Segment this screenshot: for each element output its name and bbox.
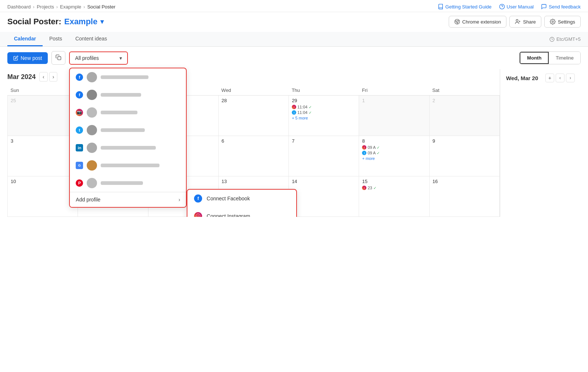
facebook-icon-1: f: [76, 74, 83, 81]
profile-name-4: [101, 128, 145, 132]
profile-item-2[interactable]: f: [70, 86, 186, 104]
profile-name-3: [101, 111, 137, 114]
copy-button[interactable]: [51, 51, 65, 65]
day-number: 14: [292, 179, 356, 184]
dropdown-arrow-icon[interactable]: ▾: [100, 18, 104, 26]
feedback-icon: [541, 4, 547, 10]
google-icon-1: G: [76, 162, 83, 169]
col-thu: Thu: [289, 85, 359, 96]
title-row: Social Poster: Example ▾ Chrome extensio…: [0, 12, 588, 32]
day-number: 7: [292, 138, 356, 144]
cal-cell-25: 25: [8, 96, 78, 136]
profile-avatar-3: [87, 107, 97, 118]
instagram-connect-icon: ⓘ: [194, 212, 202, 217]
right-prev-button[interactable]: ‹: [556, 74, 564, 82]
post-item-15a[interactable]: I 23 ✓: [362, 186, 426, 190]
right-panel-date: Wed, Mar 20: [506, 75, 538, 81]
post-item-8a[interactable]: I 09 A ✓: [362, 145, 426, 150]
timezone-display: Etc/GMT+5: [549, 33, 581, 46]
right-panel: Wed, Mar 20 + ‹ ›: [500, 69, 581, 217]
connect-facebook-item[interactable]: f Connect Facebook: [187, 190, 296, 207]
day-number: 1: [362, 98, 426, 103]
send-feedback-link[interactable]: Send feedback: [541, 4, 581, 10]
tab-calendar[interactable]: Calendar: [7, 32, 43, 46]
col-wed: Wed: [218, 85, 288, 96]
cal-cell-3: 3: [8, 136, 78, 176]
month-view-button[interactable]: Month: [520, 52, 549, 64]
more-posts-link-1[interactable]: + 5 more: [292, 116, 356, 120]
day-number: 25: [11, 98, 75, 103]
breadcrumb-dashboard[interactable]: Dashboard: [7, 4, 31, 10]
settings-button[interactable]: Settings: [544, 16, 581, 28]
chevron-right-icon: ›: [179, 197, 180, 203]
tab-posts[interactable]: Posts: [43, 32, 69, 46]
breadcrumb-current: Social Poster: [87, 4, 115, 10]
day-number: 9: [433, 138, 496, 144]
svg-rect-12: [58, 57, 61, 60]
day-number: 2: [433, 98, 496, 103]
cal-cell-6: 6: [218, 136, 288, 176]
profiles-dropdown: All profiles ▾ f f 📷: [69, 51, 128, 65]
facebook-connect-icon: f: [194, 194, 202, 203]
book-icon: [438, 4, 444, 10]
breadcrumb-projects[interactable]: Projects: [37, 4, 54, 10]
profile-avatar-7: [87, 178, 97, 188]
breadcrumb-example[interactable]: Exapmple: [60, 4, 81, 10]
right-next-button[interactable]: ›: [566, 74, 575, 82]
cal-cell-29: 29 I 11:04 ✓ t 11:04 ✓ + 5 more: [289, 96, 359, 136]
profile-avatar-1: [87, 72, 97, 82]
tabs: Calendar Posts Content ideas: [7, 32, 114, 46]
col-sun: Sun: [8, 85, 78, 96]
profile-item-4[interactable]: t: [70, 121, 186, 139]
day-number: 8: [362, 138, 426, 144]
right-panel-controls: + ‹ ›: [545, 74, 575, 82]
breadcrumb-sep-3: ›: [83, 4, 85, 10]
social-connect-submenu: f Connect Facebook ⓘ Connect Instagram t…: [187, 189, 297, 217]
profile-item-6[interactable]: G: [70, 157, 186, 174]
page-title-text: Social Poster:: [7, 17, 61, 26]
connect-instagram-item[interactable]: ⓘ Connect Instagram: [187, 207, 296, 217]
profile-item-7[interactable]: P: [70, 174, 186, 192]
toolbar-left: New post All profiles ▾ f f: [7, 51, 128, 65]
post-item-8b[interactable]: t 09 A ✓: [362, 151, 426, 155]
chrome-extension-button[interactable]: Chrome extension: [449, 16, 507, 28]
share-icon: [515, 19, 521, 25]
more-posts-link-2[interactable]: + more: [362, 156, 426, 161]
instagram-icon-1: 📷: [76, 109, 83, 116]
day-number: 13: [222, 179, 286, 184]
settings-icon: [550, 19, 556, 25]
profile-avatar-4: [87, 125, 97, 135]
cal-cell-28: 28: [218, 96, 288, 136]
post-item-ig[interactable]: I 11:04 ✓: [292, 105, 356, 109]
cal-next-button[interactable]: ›: [49, 72, 58, 82]
profile-item-3[interactable]: 📷: [70, 104, 186, 121]
tab-content-ideas[interactable]: Content ideas: [69, 32, 114, 46]
cal-cell-8: 8 I 09 A ✓ t 09 A ✓ + more: [359, 136, 429, 176]
right-add-button[interactable]: +: [545, 74, 554, 82]
cal-prev-button[interactable]: ‹: [39, 72, 48, 82]
cal-cell-1: 1: [359, 96, 429, 136]
post-item-tw[interactable]: t 11:04 ✓: [292, 110, 356, 115]
user-manual-link[interactable]: User Manual: [499, 4, 534, 10]
project-name[interactable]: Example: [64, 17, 98, 26]
profile-item-1[interactable]: f: [70, 68, 186, 86]
cal-cell-7: 7: [289, 136, 359, 176]
col-fri: Fri: [359, 85, 429, 96]
profile-name-2: [101, 93, 141, 97]
top-links: Getting Started Guide User Manual Send f…: [438, 4, 581, 10]
calendar-month-year: Mar 2024: [7, 73, 36, 81]
timeline-view-button[interactable]: Timeline: [549, 52, 580, 64]
toolbar: New post All profiles ▾ f f: [0, 47, 588, 69]
pinterest-icon-1: P: [76, 179, 83, 187]
cal-cell-10: 10: [8, 176, 78, 217]
profile-item-5[interactable]: in: [70, 139, 186, 157]
all-profiles-button[interactable]: All profiles ▾: [69, 51, 128, 65]
help-icon: [499, 4, 505, 10]
new-post-button[interactable]: New post: [7, 52, 48, 64]
getting-started-link[interactable]: Getting Started Guide: [438, 4, 492, 10]
add-profile-item[interactable]: Add profile ›: [70, 192, 186, 207]
share-button[interactable]: Share: [509, 16, 541, 28]
breadcrumb: Dashboard › Projects › Exapmple › Social…: [7, 4, 115, 10]
day-number: 10: [11, 179, 75, 184]
right-panel-header: Wed, Mar 20 + ‹ ›: [506, 74, 575, 82]
